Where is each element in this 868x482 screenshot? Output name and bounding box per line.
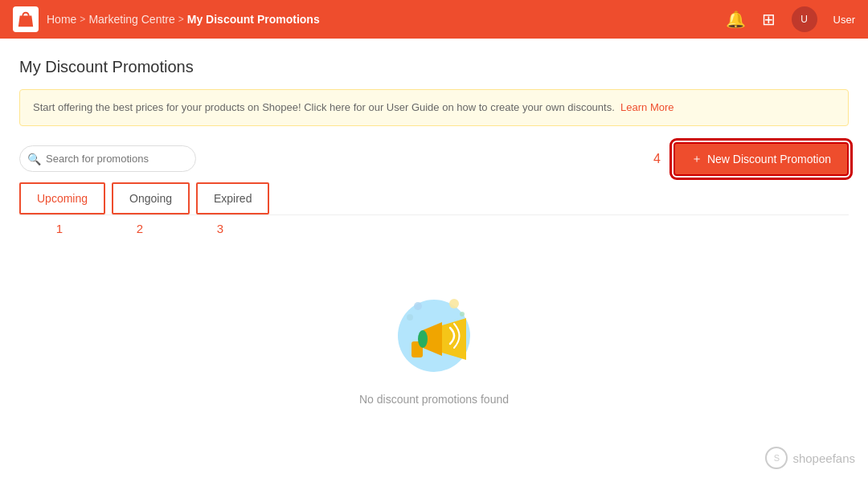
logo[interactable] — [13, 6, 39, 32]
svg-point-8 — [418, 330, 428, 348]
username: User — [833, 14, 855, 26]
toolbar-row: 🔍 4 ＋ New Discount Promotion — [19, 142, 849, 176]
tab-number-1: 1 — [19, 222, 100, 235]
tabs-numbers: 1 2 3 — [19, 222, 849, 235]
main-content: My Discount Promotions Start offering th… — [0, 39, 868, 482]
bell-icon[interactable]: 🔔 — [726, 10, 746, 29]
breadcrumb-sep1: > — [80, 14, 85, 25]
svg-point-3 — [449, 299, 459, 308]
page-title: My Discount Promotions — [19, 58, 849, 76]
watermark: S shopeefans — [765, 447, 855, 469]
breadcrumb-current: My Discount Promotions — [187, 13, 320, 26]
breadcrumb-home[interactable]: Home — [47, 13, 76, 26]
tab-upcoming[interactable]: Upcoming — [19, 182, 105, 214]
plus-icon: ＋ — [691, 152, 702, 166]
topnav: Home > Marketing Centre > My Discount Pr… — [0, 0, 868, 39]
breadcrumb-sep2: > — [178, 14, 184, 25]
empty-text: No discount promotions found — [359, 393, 509, 406]
topnav-right: 🔔 ⊞ U User — [726, 6, 855, 32]
watermark-icon: S — [765, 447, 788, 469]
new-discount-label: New Discount Promotion — [707, 153, 831, 165]
count-badge: 4 — [653, 152, 661, 166]
avatar[interactable]: U — [792, 6, 817, 32]
info-text: Start offering the best prices for your … — [33, 101, 615, 113]
empty-state: No discount promotions found — [19, 251, 849, 422]
grid-icon[interactable]: ⊞ — [762, 10, 776, 29]
svg-point-4 — [460, 312, 465, 317]
avatar-initial: U — [800, 14, 808, 25]
tab-expired[interactable]: Expired — [196, 182, 269, 214]
search-input[interactable] — [19, 145, 196, 172]
learn-more-link[interactable]: Learn More — [620, 101, 674, 113]
tab-ongoing[interactable]: Ongoing — [112, 182, 190, 214]
breadcrumb-marketing[interactable]: Marketing Centre — [88, 13, 174, 26]
toolbar-right: 4 ＋ New Discount Promotion — [653, 142, 849, 176]
tab-number-3: 3 — [180, 222, 260, 235]
tabs-row: Upcoming Ongoing Expired — [19, 182, 849, 215]
svg-point-1 — [414, 302, 422, 310]
search-box: 🔍 — [19, 145, 196, 172]
tab-number-2: 2 — [100, 222, 180, 235]
breadcrumb: Home > Marketing Centre > My Discount Pr… — [47, 13, 320, 26]
svg-point-2 — [407, 314, 413, 321]
new-discount-button[interactable]: ＋ New Discount Promotion — [674, 142, 849, 176]
empty-illustration — [386, 284, 482, 380]
watermark-text: shopeefans — [792, 451, 855, 465]
info-banner: Start offering the best prices for your … — [19, 89, 849, 126]
search-icon: 🔍 — [27, 153, 41, 165]
